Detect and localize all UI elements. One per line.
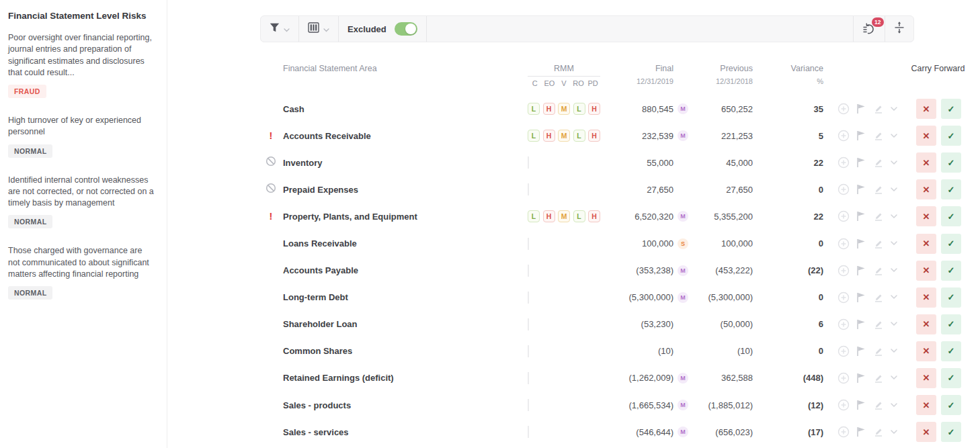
carry-forward-reject-button[interactable]: ✕ bbox=[916, 99, 936, 119]
chevron-down-icon[interactable] bbox=[891, 187, 897, 192]
rmm-badge-low[interactable]: L bbox=[573, 130, 585, 142]
flag-icon[interactable] bbox=[856, 184, 866, 195]
flag-icon[interactable] bbox=[856, 265, 866, 276]
carry-forward-reject-button[interactable]: ✕ bbox=[916, 395, 936, 415]
carry-forward-reject-button[interactable]: ✕ bbox=[916, 206, 936, 226]
chevron-down-icon[interactable] bbox=[891, 241, 897, 246]
chevron-down-icon[interactable] bbox=[891, 295, 897, 300]
chevron-down-icon[interactable] bbox=[891, 375, 897, 380]
chevron-down-icon[interactable] bbox=[891, 322, 897, 326]
edit-icon[interactable] bbox=[873, 103, 884, 114]
carry-forward-reject-button[interactable]: ✕ bbox=[916, 261, 936, 281]
add-circle-icon[interactable] bbox=[838, 345, 850, 357]
rmm-badge-low[interactable]: L bbox=[528, 130, 540, 142]
add-circle-icon[interactable] bbox=[838, 265, 850, 277]
carry-forward-reject-button[interactable]: ✕ bbox=[916, 314, 936, 334]
add-circle-icon[interactable] bbox=[838, 130, 850, 142]
flag-icon[interactable] bbox=[856, 130, 866, 141]
edit-icon[interactable] bbox=[873, 265, 884, 276]
add-circle-icon[interactable] bbox=[838, 318, 850, 330]
chevron-down-icon[interactable] bbox=[891, 403, 897, 408]
carry-forward-reject-button[interactable]: ✕ bbox=[916, 287, 936, 308]
add-circle-icon[interactable] bbox=[838, 210, 850, 222]
flag-icon[interactable] bbox=[856, 319, 866, 330]
chevron-down-icon[interactable] bbox=[891, 430, 897, 435]
rmm-badge-medium[interactable]: M bbox=[558, 130, 570, 142]
edit-icon[interactable] bbox=[873, 400, 884, 410]
flag-icon[interactable] bbox=[856, 346, 866, 357]
carry-forward-reject-button[interactable]: ✕ bbox=[916, 179, 936, 199]
add-circle-icon[interactable] bbox=[838, 292, 850, 304]
add-circle-icon[interactable] bbox=[838, 426, 850, 438]
carry-forward-accept-button[interactable]: ✓ bbox=[941, 287, 961, 308]
carry-forward-accept-button[interactable]: ✓ bbox=[941, 99, 961, 119]
edit-icon[interactable] bbox=[873, 184, 884, 195]
flag-icon[interactable] bbox=[856, 427, 866, 437]
chevron-down-icon[interactable] bbox=[891, 134, 897, 138]
rmm-badge-medium[interactable]: M bbox=[558, 210, 570, 222]
carry-forward-accept-button[interactable]: ✓ bbox=[941, 234, 961, 254]
rmm-badge-high[interactable]: H bbox=[543, 130, 555, 142]
rmm-badge-low[interactable]: L bbox=[573, 210, 585, 222]
rmm-badge-high[interactable]: H bbox=[588, 103, 600, 115]
add-circle-icon[interactable] bbox=[838, 238, 850, 250]
flag-icon[interactable] bbox=[856, 292, 866, 303]
carry-forward-accept-button[interactable]: ✓ bbox=[941, 368, 961, 388]
carry-forward-accept-button[interactable]: ✓ bbox=[941, 341, 961, 361]
carry-forward-reject-button[interactable]: ✕ bbox=[916, 126, 936, 146]
edit-icon[interactable] bbox=[873, 157, 884, 168]
edit-icon[interactable] bbox=[873, 130, 884, 141]
columns-button[interactable] bbox=[299, 16, 338, 42]
rmm-badge-low[interactable]: L bbox=[528, 210, 540, 222]
carry-forward-reject-button[interactable]: ✕ bbox=[916, 234, 936, 254]
add-circle-icon[interactable] bbox=[838, 399, 850, 411]
carry-forward-accept-button[interactable]: ✓ bbox=[941, 314, 961, 334]
edit-icon[interactable] bbox=[873, 238, 884, 249]
chevron-down-icon[interactable] bbox=[891, 161, 897, 165]
carry-forward-reject-button[interactable]: ✕ bbox=[916, 341, 936, 361]
carry-forward-accept-button[interactable]: ✓ bbox=[941, 179, 961, 199]
rmm-badge-medium[interactable]: M bbox=[558, 103, 570, 115]
rmm-badge-high[interactable]: H bbox=[588, 130, 600, 142]
edit-icon[interactable] bbox=[873, 211, 884, 222]
carry-forward-reject-button[interactable]: ✕ bbox=[916, 422, 936, 442]
add-circle-icon[interactable] bbox=[838, 156, 850, 169]
flag-icon[interactable] bbox=[856, 400, 866, 410]
carry-forward-reject-button[interactable]: ✕ bbox=[916, 152, 936, 173]
carry-forward-reject-button[interactable]: ✕ bbox=[916, 368, 936, 388]
rmm-badge-high[interactable]: H bbox=[543, 103, 555, 115]
add-circle-icon[interactable] bbox=[838, 183, 850, 195]
flag-icon[interactable] bbox=[856, 103, 866, 114]
row-height-button[interactable] bbox=[885, 16, 913, 42]
carry-forward-accept-button[interactable]: ✓ bbox=[941, 206, 961, 226]
excluded-toggle[interactable] bbox=[395, 22, 417, 36]
add-circle-icon[interactable] bbox=[838, 103, 850, 115]
rmm-badge-high[interactable]: H bbox=[588, 210, 600, 222]
chevron-down-icon[interactable] bbox=[891, 107, 897, 111]
edit-icon[interactable] bbox=[873, 319, 884, 330]
carry-forward-accept-button[interactable]: ✓ bbox=[941, 395, 961, 415]
edit-icon[interactable] bbox=[873, 292, 884, 303]
edit-icon[interactable] bbox=[873, 427, 884, 437]
add-circle-icon[interactable] bbox=[838, 372, 850, 384]
flag-icon[interactable] bbox=[856, 211, 866, 222]
flag-icon[interactable] bbox=[856, 157, 866, 168]
carry-forward-accept-button[interactable]: ✓ bbox=[941, 422, 961, 442]
filter-button[interactable] bbox=[261, 16, 298, 42]
carry-forward-accept-button[interactable]: ✓ bbox=[941, 126, 961, 146]
rmm-badge-low[interactable]: L bbox=[573, 103, 585, 115]
chevron-down-icon[interactable] bbox=[891, 349, 897, 353]
risk-item: High turnover of key or experienced pers… bbox=[8, 115, 156, 175]
carry-forward-accept-button[interactable]: ✓ bbox=[941, 152, 961, 173]
flag-icon[interactable] bbox=[856, 238, 866, 249]
chevron-down-icon[interactable] bbox=[891, 268, 897, 273]
sync-button[interactable]: 12 bbox=[854, 16, 885, 42]
edit-icon[interactable] bbox=[873, 346, 884, 357]
carry-forward-accept-button[interactable]: ✓ bbox=[941, 261, 961, 281]
flag-icon[interactable] bbox=[856, 373, 866, 384]
chevron-down-icon[interactable] bbox=[891, 214, 897, 219]
rmm-badge-high[interactable]: H bbox=[543, 210, 555, 222]
row-area-name: Accounts Payable bbox=[283, 265, 514, 275]
rmm-badge-low[interactable]: L bbox=[528, 103, 540, 115]
edit-icon[interactable] bbox=[873, 373, 884, 384]
